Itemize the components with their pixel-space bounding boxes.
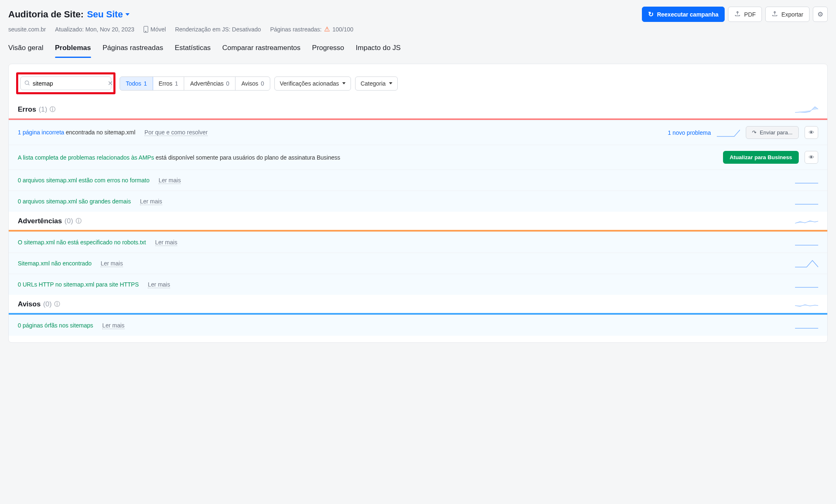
domain-text: seusite.com.br: [8, 26, 46, 33]
issue-row: Sitemap.xml não encontrado Ler mais: [9, 253, 827, 274]
project-name: Seu Site: [87, 9, 123, 20]
info-icon[interactable]: ⓘ: [50, 106, 55, 113]
chevron-down-icon: [389, 82, 392, 84]
svg-point-0: [25, 81, 29, 84]
mobile-icon: [144, 26, 148, 33]
triggered-checks-dropdown[interactable]: Verificações acionadas: [274, 76, 351, 91]
category-dropdown[interactable]: Categoria: [355, 76, 398, 91]
filter-row: ✕ Todos 1 Erros 1 Advertências 0 Avisos: [9, 70, 827, 100]
segment-errors[interactable]: Erros 1: [153, 77, 184, 90]
row-sparkline: [795, 280, 818, 289]
read-more-link[interactable]: Ler mais: [148, 281, 170, 288]
issue-row: 0 arquivos sitemap.xml estão com erros n…: [9, 170, 827, 191]
search-icon: [24, 80, 30, 87]
export-button[interactable]: Exportar: [765, 7, 810, 22]
notices-sparkline: [795, 300, 818, 309]
chevron-down-icon: [125, 13, 130, 16]
segment-notices[interactable]: Avisos 0: [235, 77, 270, 90]
read-more-link[interactable]: Ler mais: [102, 322, 125, 329]
read-more-link[interactable]: Ler mais: [101, 260, 123, 267]
eye-icon: 👁: [809, 154, 814, 160]
upload-icon: [771, 10, 778, 18]
tab-statistics[interactable]: Estatísticas: [175, 41, 211, 58]
issue-link[interactable]: 1 página incorreta: [18, 129, 64, 136]
search-input[interactable]: [33, 80, 105, 87]
issue-row: A lista completa de problemas relacionad…: [9, 145, 827, 170]
section-header-warnings: Advertências (0) ⓘ: [9, 212, 827, 230]
section-errors-count: (1): [38, 105, 47, 114]
errors-sparkline: [795, 105, 818, 114]
hide-issue-button[interactable]: 👁: [805, 126, 818, 139]
row-sparkline: [795, 321, 818, 330]
issue-row: O sitemap.xml não está especificado no r…: [9, 232, 827, 253]
info-icon[interactable]: ⓘ: [54, 301, 60, 308]
why-how-link[interactable]: Por que e como resolver: [144, 129, 208, 136]
issues-panel: ✕ Todos 1 Erros 1 Advertências 0 Avisos: [8, 64, 828, 343]
row-sparkline: [717, 128, 740, 137]
rerun-campaign-button[interactable]: Reexecutar campanha: [642, 7, 725, 22]
issue-link[interactable]: O sitemap.xml não está especificado no r…: [18, 239, 146, 246]
tab-js-impact[interactable]: Impacto do JS: [356, 41, 401, 58]
search-input-wrap: ✕: [20, 76, 111, 90]
gear-icon: [817, 10, 823, 18]
upgrade-business-button[interactable]: Atualizar para Business: [723, 151, 799, 164]
issue-row: 0 arquivos sitemap.xml são grandes demai…: [9, 191, 827, 212]
new-problem-link[interactable]: 1 novo problema: [668, 129, 711, 136]
issue-link[interactable]: 0 páginas órfãs nos sitemaps: [18, 322, 93, 329]
section-errors-title: Erros: [18, 105, 36, 114]
tab-issues[interactable]: Problemas: [55, 41, 91, 58]
read-more-link[interactable]: Ler mais: [140, 198, 162, 205]
main-tabs: Visão geral Problemas Páginas rastreadas…: [8, 41, 828, 58]
tab-crawled-pages[interactable]: Páginas rastreadas: [103, 41, 163, 58]
issue-text: encontrada no sitemap.xml: [64, 129, 135, 136]
upload-icon: [734, 10, 741, 18]
section-warnings-title: Advertências: [18, 217, 62, 225]
issue-link[interactable]: Sitemap.xml não encontrado: [18, 260, 91, 267]
eye-icon: 👁: [809, 129, 814, 136]
issue-row: 0 páginas órfãs nos sitemaps Ler mais: [9, 315, 827, 336]
section-warnings-count: (0): [65, 217, 73, 225]
row-sparkline: [795, 176, 818, 185]
send-to-button[interactable]: ↷ Enviar para...: [746, 126, 799, 139]
section-notices-title: Avisos: [18, 300, 41, 308]
segment-all[interactable]: Todos 1: [120, 76, 153, 91]
warnings-sparkline: [795, 217, 818, 226]
tab-progress[interactable]: Progresso: [312, 41, 344, 58]
updated-text: Atualizado: Mon, Nov 20, 2023: [55, 26, 134, 33]
issue-row: 0 URLs HTTP no sitemap.xml para site HTT…: [9, 274, 827, 295]
page-title: Auditoria de Site:: [8, 9, 84, 20]
device-indicator: Móvel: [144, 26, 166, 33]
row-sparkline: [795, 238, 818, 247]
share-arrow-icon: ↷: [752, 129, 757, 136]
clear-search-icon[interactable]: ✕: [108, 79, 113, 87]
read-more-link[interactable]: Ler mais: [159, 177, 181, 184]
filter-segments: Todos 1 Erros 1 Advertências 0 Avisos 0: [120, 76, 270, 91]
header: Auditoria de Site: Seu Site Reexecutar c…: [8, 7, 828, 22]
section-notices-count: (0): [43, 300, 52, 308]
chevron-down-icon: [342, 82, 346, 84]
row-sparkline: [795, 197, 818, 206]
issue-link[interactable]: A lista completa de problemas relacionad…: [18, 154, 154, 161]
tab-compare-crawls[interactable]: Comparar rastreamentos: [222, 41, 300, 58]
pdf-button[interactable]: PDF: [728, 7, 762, 22]
section-header-errors: Erros (1) ⓘ: [9, 100, 827, 118]
info-icon[interactable]: ⓘ: [76, 217, 82, 225]
tab-overview[interactable]: Visão geral: [8, 41, 43, 58]
segment-warnings[interactable]: Advertências 0: [184, 77, 235, 90]
warning-triangle-icon: ⚠: [324, 25, 330, 33]
js-render-text: Renderização em JS: Desativado: [175, 26, 261, 33]
refresh-icon: [648, 10, 653, 18]
settings-button[interactable]: [813, 7, 828, 22]
issue-link[interactable]: 0 URLs HTTP no sitemap.xml para site HTT…: [18, 281, 139, 288]
hide-issue-button[interactable]: 👁: [805, 151, 818, 164]
issue-link[interactable]: 0 arquivos sitemap.xml estão com erros n…: [18, 177, 149, 184]
row-sparkline: [795, 259, 818, 268]
section-header-notices: Avisos (0) ⓘ: [9, 295, 827, 313]
project-dropdown[interactable]: Seu Site: [87, 9, 130, 20]
issue-link[interactable]: 0 arquivos sitemap.xml são grandes demai…: [18, 198, 131, 205]
subheader: seusite.com.br Atualizado: Mon, Nov 20, …: [8, 25, 828, 33]
issue-row: 1 página incorreta encontrada no sitemap…: [9, 120, 827, 145]
crawled-pages: Páginas rastreadas: ⚠ 100/100: [270, 25, 353, 33]
read-more-link[interactable]: Ler mais: [155, 239, 178, 246]
issue-text: está disponível somente para usuários do…: [154, 154, 340, 161]
